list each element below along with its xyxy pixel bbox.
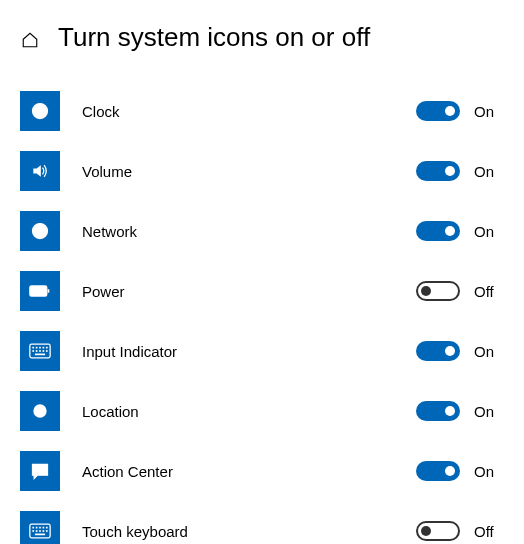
svg-rect-9 <box>46 347 48 349</box>
svg-rect-23 <box>46 527 48 529</box>
svg-rect-6 <box>36 347 38 349</box>
toggle-location[interactable] <box>416 401 460 421</box>
state-action-center: On <box>474 463 504 480</box>
row-location: LocationOn <box>20 381 504 441</box>
row-clock: ClockOn <box>20 81 504 141</box>
row-input-indicator: Input IndicatorOn <box>20 321 504 381</box>
svg-rect-20 <box>36 527 38 529</box>
svg-rect-21 <box>39 527 41 529</box>
power-icon <box>20 271 60 311</box>
svg-rect-12 <box>39 350 41 352</box>
row-volume: VolumeOn <box>20 141 504 201</box>
label-location: Location <box>82 403 416 420</box>
svg-rect-24 <box>32 530 34 532</box>
state-volume: On <box>474 163 504 180</box>
svg-rect-3 <box>32 288 40 295</box>
toggle-volume[interactable] <box>416 161 460 181</box>
svg-rect-28 <box>46 530 48 532</box>
svg-rect-27 <box>43 530 45 532</box>
touch-keyboard-icon <box>20 511 60 544</box>
svg-rect-19 <box>32 527 34 529</box>
home-icon[interactable] <box>20 30 40 50</box>
row-network: NetworkOn <box>20 201 504 261</box>
svg-rect-15 <box>35 354 45 356</box>
toggle-input-indicator[interactable] <box>416 341 460 361</box>
label-power: Power <box>82 283 416 300</box>
toggle-touch-keyboard[interactable] <box>416 521 460 541</box>
row-action-center: Action CenterOn <box>20 441 504 501</box>
toggle-power[interactable] <box>416 281 460 301</box>
svg-rect-22 <box>43 527 45 529</box>
svg-rect-5 <box>32 347 34 349</box>
page-title: Turn system icons on or off <box>58 22 370 53</box>
label-action-center: Action Center <box>82 463 416 480</box>
svg-rect-10 <box>32 350 34 352</box>
volume-icon <box>20 151 60 191</box>
row-power: PowerOff <box>20 261 504 321</box>
location-icon <box>20 391 60 431</box>
toggle-network[interactable] <box>416 221 460 241</box>
label-network: Network <box>82 223 416 240</box>
toggle-clock[interactable] <box>416 101 460 121</box>
system-icons-list: ClockOnVolumeOnNetworkOnPowerOffInput In… <box>20 81 504 544</box>
state-input-indicator: On <box>474 343 504 360</box>
toggle-action-center[interactable] <box>416 461 460 481</box>
label-input-indicator: Input Indicator <box>82 343 416 360</box>
state-touch-keyboard: Off <box>474 523 504 540</box>
state-clock: On <box>474 103 504 120</box>
svg-rect-26 <box>39 530 41 532</box>
clock-icon <box>20 91 60 131</box>
input-indicator-icon <box>20 331 60 371</box>
label-touch-keyboard: Touch keyboard <box>82 523 416 540</box>
action-center-icon <box>20 451 60 491</box>
svg-rect-25 <box>36 530 38 532</box>
svg-rect-8 <box>43 347 45 349</box>
state-network: On <box>474 223 504 240</box>
label-clock: Clock <box>82 103 416 120</box>
svg-point-17 <box>38 409 43 414</box>
network-icon <box>20 211 60 251</box>
svg-rect-29 <box>35 534 45 536</box>
label-volume: Volume <box>82 163 416 180</box>
svg-rect-11 <box>36 350 38 352</box>
row-touch-keyboard: Touch keyboardOff <box>20 501 504 544</box>
svg-rect-13 <box>43 350 45 352</box>
svg-rect-14 <box>46 350 48 352</box>
state-power: Off <box>474 283 504 300</box>
state-location: On <box>474 403 504 420</box>
svg-rect-7 <box>39 347 41 349</box>
